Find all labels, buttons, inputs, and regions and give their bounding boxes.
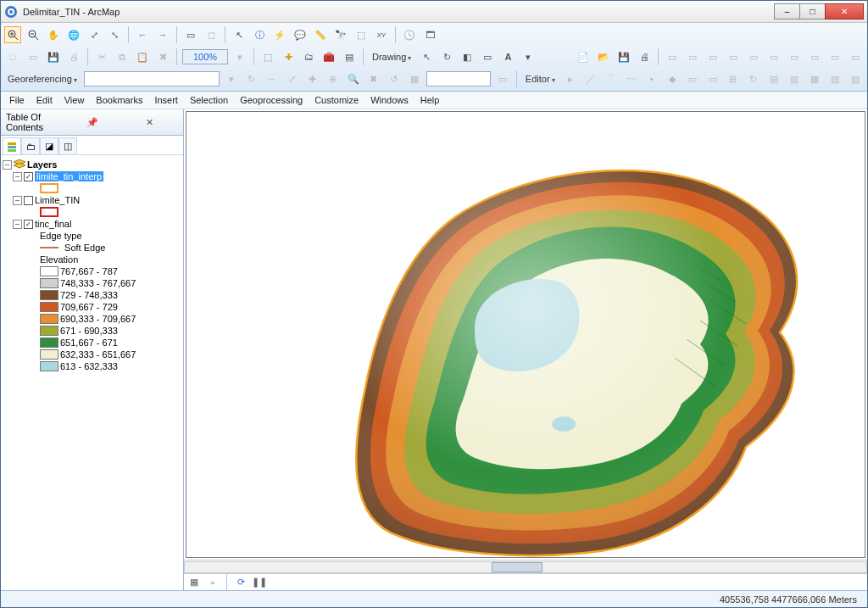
open-doc-icon[interactable]: ▭: [25, 48, 42, 65]
zoom-in-icon[interactable]: [4, 26, 21, 43]
edit-copy-icon[interactable]: ▭: [684, 48, 701, 65]
data-view-icon[interactable]: ▦: [187, 576, 201, 589]
close-button[interactable]: ✕: [825, 3, 864, 20]
full-extent-icon[interactable]: 🌐: [65, 26, 82, 43]
delete-icon[interactable]: ✖: [154, 48, 171, 65]
menu-edit[interactable]: Edit: [36, 95, 53, 105]
draw-style-icon[interactable]: ▾: [520, 48, 537, 65]
add-data-icon[interactable]: ✚: [280, 48, 297, 65]
menu-insert[interactable]: Insert: [154, 95, 178, 105]
editor-rotate-icon[interactable]: ↻: [745, 70, 762, 87]
edit-buffer-icon[interactable]: ▭: [806, 48, 823, 65]
menu-customize[interactable]: Customize: [314, 95, 359, 105]
clear-selection-icon[interactable]: ◻: [203, 26, 220, 43]
georef-scale-icon[interactable]: ⤢: [284, 70, 301, 87]
identify-icon[interactable]: ⓘ: [251, 26, 268, 43]
toolbox-icon[interactable]: 🧰: [320, 48, 337, 65]
edit-cut-icon[interactable]: ▭: [664, 48, 681, 65]
zoom-out-icon[interactable]: [25, 26, 42, 43]
draw-rect-icon[interactable]: ▭: [479, 48, 496, 65]
editor-menu[interactable]: Editor: [522, 74, 559, 84]
html-popup-icon[interactable]: 💬: [292, 26, 309, 43]
print-map-icon[interactable]: 🖨: [636, 48, 653, 65]
layers-root-label[interactable]: Layers: [27, 159, 57, 170]
cut-icon[interactable]: ✂: [93, 48, 110, 65]
drawing-menu[interactable]: Drawing: [369, 52, 415, 62]
draw-rotate-icon[interactable]: ↻: [438, 48, 455, 65]
scale-input[interactable]: [182, 49, 228, 64]
save-icon[interactable]: 💾: [45, 48, 62, 65]
georef-reset-icon[interactable]: ↺: [386, 70, 403, 87]
pause-draw-icon[interactable]: ❚❚: [253, 576, 266, 589]
menu-file[interactable]: File: [9, 95, 25, 105]
measure-icon[interactable]: 📏: [312, 26, 329, 43]
select-elements-icon[interactable]: ↖: [231, 26, 248, 43]
viewer-window-icon[interactable]: 🗔: [421, 26, 438, 43]
menu-windows[interactable]: Windows: [370, 95, 409, 105]
editor-cut-poly-icon[interactable]: ▭: [704, 70, 721, 87]
editor-edit-icon[interactable]: ▸: [562, 70, 579, 87]
catalog-icon[interactable]: 🗂: [300, 48, 317, 65]
toc-tab-selection[interactable]: ◫: [58, 137, 77, 154]
georeferencing-menu[interactable]: Georeferencing: [4, 74, 81, 84]
georef-delete-point-icon[interactable]: ✖: [365, 70, 382, 87]
layout-view-icon[interactable]: ▫: [206, 576, 220, 589]
layer-limite-tin-interp[interactable]: limite_tin_interp: [35, 171, 103, 181]
editor-arc-icon[interactable]: ⌒: [603, 70, 620, 87]
expander-icon[interactable]: –: [13, 172, 22, 181]
close-panel-icon[interactable]: ✕: [120, 117, 178, 128]
georef-target-icon[interactable]: ▭: [494, 70, 511, 87]
georef-dropdown-icon[interactable]: ▾: [223, 70, 240, 87]
find-route-icon[interactable]: ⬚: [353, 26, 370, 43]
editor-line-icon[interactable]: ／: [582, 70, 599, 87]
edit-trace-icon[interactable]: ▭: [847, 48, 864, 65]
paste-icon[interactable]: 📋: [134, 48, 151, 65]
edit-union-icon[interactable]: ▭: [745, 48, 762, 65]
layer-tinc-final[interactable]: tinc_final: [35, 219, 71, 229]
georef-select-point-icon[interactable]: ⊕: [325, 70, 342, 87]
draw-text-icon[interactable]: A: [499, 48, 516, 65]
georef-zoom-point-icon[interactable]: 🔍: [345, 70, 362, 87]
toc-titlebar[interactable]: Table Of Contents 📌 ✕: [1, 109, 183, 136]
copy-icon[interactable]: ⧉: [114, 48, 131, 65]
georef-shift-icon[interactable]: ↔: [264, 70, 281, 87]
checkbox[interactable]: ✓: [24, 172, 33, 181]
scrollbar-thumb[interactable]: [492, 562, 542, 572]
save-map-icon[interactable]: 💾: [615, 48, 632, 65]
edit-intersect-icon[interactable]: ▭: [765, 48, 782, 65]
back-extent-icon[interactable]: ←: [134, 26, 151, 43]
minimize-button[interactable]: –: [774, 3, 799, 20]
hyperlink-icon[interactable]: ⚡: [271, 26, 288, 43]
fwd-extent-icon[interactable]: →: [154, 26, 171, 43]
edit-split-icon[interactable]: ▭: [826, 48, 843, 65]
edit-explode-icon[interactable]: ▭: [725, 48, 742, 65]
edit-clip-icon[interactable]: ▭: [786, 48, 803, 65]
scale-dropdown-icon[interactable]: ▾: [231, 48, 248, 65]
editor-target-icon[interactable]: ▨: [847, 70, 864, 87]
editor-toolbar-icon[interactable]: ⬚: [259, 48, 276, 65]
layer-limite-tin[interactable]: Limite_TIN: [35, 195, 80, 205]
menu-view[interactable]: View: [64, 95, 85, 105]
checkbox[interactable]: [24, 196, 33, 205]
find-icon[interactable]: 🔭: [332, 26, 349, 43]
zoom-to-in-icon[interactable]: ⤢: [86, 26, 103, 43]
toc-tab-source[interactable]: 🗀: [21, 137, 40, 154]
expander-icon[interactable]: –: [13, 196, 22, 205]
new-map-icon[interactable]: 📄: [575, 48, 592, 65]
editor-reshape-icon[interactable]: ▭: [684, 70, 701, 87]
editor-create-icon[interactable]: ▦: [806, 70, 823, 87]
draw-group-icon[interactable]: ◧: [459, 48, 476, 65]
menu-bookmarks[interactable]: Bookmarks: [96, 95, 142, 105]
new-doc-icon[interactable]: □: [4, 48, 21, 65]
map-view[interactable]: [186, 111, 865, 558]
print-icon[interactable]: 🖨: [65, 48, 82, 65]
editor-trace-icon[interactable]: 〰: [623, 70, 640, 87]
georef-table-icon[interactable]: ▦: [406, 70, 423, 87]
expander-icon[interactable]: –: [3, 160, 12, 170]
editor-split-icon[interactable]: ⊞: [725, 70, 742, 87]
georef-layer-select[interactable]: [84, 71, 220, 86]
pin-icon[interactable]: 📌: [64, 117, 121, 128]
georef-add-point-icon[interactable]: ✚: [304, 70, 321, 87]
menu-help[interactable]: Help: [420, 95, 440, 105]
python-icon[interactable]: ▤: [341, 48, 358, 65]
